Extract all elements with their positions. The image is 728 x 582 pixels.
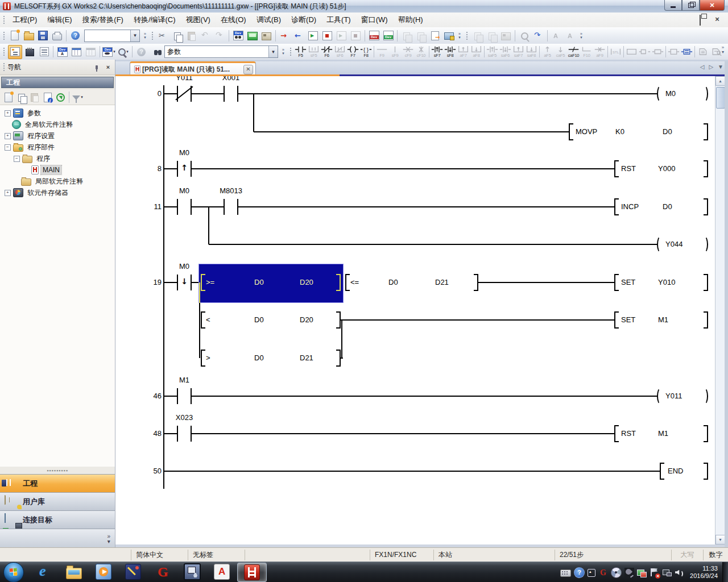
menu-item-工具T[interactable]: 工具(T) <box>321 13 356 27</box>
paste-button[interactable] <box>185 29 198 42</box>
menu-item-视图V[interactable]: 视图(V) <box>181 13 216 27</box>
toolbar-drag-handle[interactable] <box>2 31 5 41</box>
nav-splitter[interactable]: ▪▪▪▪▪▪▪▪▪ <box>0 467 115 474</box>
toolbar-overflow-icon[interactable]: »▾ <box>719 45 727 55</box>
nav-expand-icon[interactable]: »▾ <box>107 534 110 544</box>
tray-expand-icon[interactable] <box>588 569 595 577</box>
ladder-edit-coil-button[interactable] <box>652 45 664 59</box>
parameter-check-button[interactable] <box>414 29 427 42</box>
tree-expander-icon[interactable]: + <box>5 190 11 196</box>
ladder-aF8-button[interactable]: aF8 <box>470 45 482 59</box>
nav-button-连接目标[interactable]: 连接目标 <box>0 510 115 529</box>
hardware-config-button[interactable] <box>260 29 273 42</box>
module-configuration-button[interactable] <box>23 45 36 59</box>
vertical-scrollbar[interactable]: ▲ ▼ <box>715 76 725 544</box>
nav-filter-button[interactable]: ▾ <box>72 92 84 103</box>
ladder-instruction[interactable]: END <box>660 463 708 480</box>
nav-close-icon[interactable]: × <box>104 63 113 71</box>
ladder-contact-M0[interactable]: ↑M0 <box>177 161 192 177</box>
tray-cd-icon[interactable] <box>611 567 622 578</box>
help-context-button[interactable] <box>135 45 148 59</box>
save-project-button[interactable] <box>36 29 49 42</box>
monitor-mode-button[interactable] <box>246 29 259 42</box>
tree-expander-icon[interactable]: − <box>5 144 11 151</box>
ladder-compare-block[interactable]: <D0D20 <box>201 311 341 329</box>
simulation-start-button[interactable] <box>471 29 484 42</box>
tray-kbd-icon[interactable] <box>560 569 571 577</box>
tray-vol-icon[interactable] <box>675 568 684 577</box>
toolbar-overflow-icon[interactable]: »▾ <box>142 29 148 42</box>
taskbar-design-tool-button[interactable] <box>119 563 147 581</box>
taskbar-clock[interactable]: 11:33 2016/9/24 <box>690 565 718 580</box>
taskbar-gx-works2-button[interactable] <box>237 563 267 582</box>
tray-sat-icon[interactable] <box>624 568 634 577</box>
ladder-instruction[interactable]: INCPD0 <box>614 198 708 215</box>
ladder-saF6-button[interactable]: saF6 <box>499 45 511 59</box>
close-button[interactable]: ✕ <box>700 0 725 11</box>
minimize-button[interactable] <box>664 0 682 11</box>
scroll-thumb[interactable] <box>716 87 725 109</box>
ladder-cF9-button[interactable]: cF9 <box>402 45 414 59</box>
toolbar-overflow-icon[interactable]: »▾ <box>280 45 287 59</box>
mdi-minimize-button[interactable] <box>684 15 692 23</box>
cut-button[interactable] <box>156 29 169 42</box>
resume-monitor-button[interactable] <box>349 29 362 42</box>
menu-item-编辑E[interactable]: 编辑(E) <box>42 13 77 27</box>
ladder-instruction[interactable]: RSTY000 <box>614 160 708 177</box>
program-select-combo[interactable]: 参数▼ <box>164 45 278 58</box>
scroll-up-icon[interactable]: ▲ <box>715 76 725 86</box>
ladder-instruction[interactable]: MOVPK0D0 <box>569 123 708 140</box>
ladder-contact-Y011[interactable]: Y011 <box>177 86 192 102</box>
instruction-help-button[interactable] <box>428 29 441 42</box>
device-table-button[interactable] <box>70 45 83 59</box>
tray-flag-icon[interactable]: ✕ <box>650 568 659 577</box>
toolbar-drag-handle[interactable] <box>289 47 292 57</box>
menu-item-在线O[interactable]: 在线(O) <box>216 13 251 27</box>
window-select-combo[interactable]: ▼ <box>84 30 140 42</box>
menu-drag-handle[interactable] <box>2 15 5 25</box>
ladder-compare-block[interactable]: >D0D21 <box>201 350 341 367</box>
ladder-edit-contact-button[interactable] <box>639 45 651 59</box>
tray-net-icon[interactable] <box>662 568 672 577</box>
nav-new-button[interactable] <box>2 92 14 103</box>
menu-item-帮助H[interactable]: 帮助(H) <box>393 13 428 27</box>
chevron-down-icon[interactable]: ▼ <box>130 30 139 41</box>
ladder-instruction[interactable]: SETM1 <box>614 311 708 329</box>
taskbar-remote-desktop-button[interactable] <box>178 563 206 581</box>
tree-item-程序部件[interactable]: −程序部件 <box>0 142 115 153</box>
device-find-button[interactable] <box>56 45 69 59</box>
nav-button-用户库[interactable]: 用户库 <box>0 492 115 510</box>
nav-drag-handle[interactable] <box>2 62 5 72</box>
pause-monitor-button[interactable] <box>335 29 348 42</box>
ladder-coil-Y011[interactable]: Y011 <box>657 388 708 405</box>
mdi-close-button[interactable]: × <box>713 15 721 23</box>
jump-button[interactable] <box>532 29 545 42</box>
toolbar-overflow-icon[interactable]: »▾ <box>456 29 463 42</box>
list-view-button[interactable] <box>38 45 51 59</box>
ladder-compare-block[interactable]: <=D0D21 <box>345 274 478 291</box>
menu-item-工程P[interactable]: 工程(P) <box>7 13 42 27</box>
tab-scroll-right-icon[interactable]: ▷ <box>709 64 713 70</box>
zoom-search-button[interactable]: ▾ <box>117 45 130 59</box>
toolbar-drag-handle[interactable] <box>465 31 468 41</box>
ladder-stl-instruction-button[interactable]: STL <box>610 45 622 59</box>
write-to-plc-button[interactable] <box>278 29 291 42</box>
ladder-aF9-button[interactable]: aF9 <box>594 45 606 59</box>
chevron-down-icon[interactable]: ▼ <box>268 46 278 57</box>
simulation-stop-button[interactable] <box>485 29 498 42</box>
device-display-button[interactable]: ▾ <box>102 45 115 59</box>
menu-item-调试B[interactable]: 调试(B) <box>251 13 286 27</box>
tree-expander-icon[interactable]: + <box>5 110 11 117</box>
ladder-saF7-button[interactable]: saF7 <box>512 45 524 59</box>
print-button[interactable] <box>51 29 64 42</box>
tab-list-icon[interactable]: ▼ <box>718 64 723 70</box>
ladder-aF7-button[interactable]: aF7 <box>457 45 469 59</box>
ladder-caF10-button[interactable]: caF10 <box>568 45 580 59</box>
ladder-F6-button[interactable]: F6 <box>321 45 333 59</box>
tree-item-程序[interactable]: −程序 <box>0 153 115 164</box>
undo-button[interactable] <box>199 29 212 42</box>
device-read-button[interactable] <box>382 29 395 42</box>
ladder-device-comment-edit-button[interactable] <box>681 45 693 59</box>
ladder-canvas[interactable]: 0Y011X001M0MOVPK0D08↑M0RSTY00011M0M8013Y… <box>115 76 715 544</box>
ladder-cF10-button[interactable]: cF10 <box>415 45 427 59</box>
